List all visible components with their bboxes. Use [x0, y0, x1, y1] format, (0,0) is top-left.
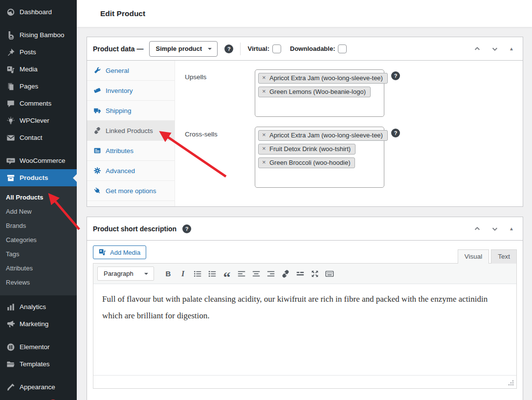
align-right-button[interactable] [264, 267, 278, 280]
product-data-tabs: General Inventory Shipping Linked Produc… [87, 61, 175, 206]
move-up-button[interactable] [472, 223, 483, 234]
downloadable-checkbox[interactable] [338, 44, 347, 53]
tab-shipping[interactable]: Shipping [87, 101, 175, 121]
sidebar-item-label: Rising Bamboo [20, 31, 65, 39]
linked-products-fields: Upsells Apricot Extra Jam (woo-long-slee… [175, 61, 523, 206]
index-card-icon [93, 147, 101, 155]
bold-button[interactable]: B [161, 267, 176, 280]
upsells-select-box[interactable]: Apricot Extra Jam (woo-long-sleeve-tee) … [255, 69, 384, 117]
cross-sells-select-box[interactable]: Apricot Extra Jam (woo-long-sleeve-tee) … [255, 127, 384, 188]
paragraph-format-select[interactable]: Paragraph [97, 267, 154, 281]
remove-tag-icon[interactable] [262, 74, 266, 81]
sidebar-item-appearance[interactable]: Appearance [0, 378, 77, 396]
product-data-panel: Product data — Simple product Virtual: D… [87, 37, 523, 207]
tab-linked-products[interactable]: Linked Products [87, 121, 175, 141]
admin-sidebar: Dashboard Rising Bamboo Posts Media Page… [0, 0, 77, 400]
editor-content-area[interactable]: Full of flavour but with palate cleansin… [93, 284, 516, 375]
sidebar-item-plugins[interactable]: Plugins 11 [0, 396, 77, 400]
tab-general[interactable]: General [87, 61, 175, 81]
sidebar-item-label: Products [20, 174, 48, 181]
lightbulb-icon [6, 116, 15, 125]
sidebar-item-label: Templates [20, 360, 50, 368]
pages-icon [6, 82, 15, 91]
text-tab[interactable]: Text [491, 249, 517, 264]
link-icon [93, 127, 101, 135]
elementor-icon [6, 342, 15, 352]
comment-icon [6, 99, 15, 108]
admin-main: Edit Product Product data — Simple produ… [77, 0, 532, 400]
sidebar-item-comments[interactable]: Comments [0, 95, 77, 112]
move-up-button[interactable] [472, 44, 483, 54]
tab-get-more-options[interactable]: Get more options [87, 181, 175, 201]
sidebar-item-rising-bamboo[interactable]: Rising Bamboo [0, 26, 77, 44]
sidebar-item-analytics[interactable]: Analytics [0, 298, 77, 315]
tab-advanced[interactable]: Advanced [87, 161, 175, 181]
virtual-checkbox[interactable] [272, 44, 281, 53]
sidebar-item-templates[interactable]: Templates [0, 356, 77, 373]
submenu-reviews[interactable]: Reviews [0, 275, 77, 289]
sidebar-item-wpclever[interactable]: WPClever [0, 112, 77, 129]
sidebar-item-woocommerce[interactable]: Woo WooCommerce [0, 152, 77, 169]
tab-inventory[interactable]: Inventory [87, 81, 175, 101]
blockquote-button[interactable]: “ [220, 267, 234, 280]
upsells-help-icon[interactable] [391, 71, 400, 80]
italic-button[interactable]: I [176, 267, 190, 280]
sidebar-item-contact[interactable]: Contact [0, 129, 77, 146]
remove-tag-icon[interactable] [262, 131, 266, 138]
short-description-help-icon[interactable] [182, 224, 191, 233]
submenu-categories[interactable]: Categories [0, 233, 77, 247]
remove-tag-icon[interactable] [262, 145, 266, 152]
editor-frame: Paragraph B I “ [93, 263, 517, 389]
envelope-icon [6, 133, 15, 142]
align-center-button[interactable] [249, 267, 264, 280]
svg-text:Woo: Woo [8, 159, 14, 162]
remove-tag-icon[interactable] [262, 88, 266, 95]
numbered-list-button[interactable] [205, 267, 220, 280]
submenu-all-products[interactable]: All Products [0, 190, 77, 204]
sidebar-item-pages[interactable]: Pages [0, 78, 77, 95]
move-down-button[interactable] [489, 223, 500, 234]
header-divider [240, 43, 241, 55]
resize-grip[interactable] [508, 380, 514, 387]
keyboard-shortcuts-button[interactable] [322, 267, 337, 280]
submenu-add-new[interactable]: Add New [0, 204, 77, 219]
pushpin-icon [6, 47, 15, 57]
selected-product-tag: Green Lemons (Woo-beanie-logo) [258, 87, 371, 97]
bullet-list-button[interactable] [190, 267, 205, 280]
page-header: Edit Product [77, 0, 532, 27]
selected-product-tag: Apricot Extra Jam (woo-long-sleeve-tee) [258, 130, 388, 141]
submenu-tags[interactable]: Tags [0, 247, 77, 261]
short-description-title: Product short description [93, 225, 177, 233]
move-down-button[interactable] [489, 44, 500, 54]
sidebar-item-media[interactable]: Media [0, 61, 77, 78]
sidebar-item-marketing[interactable]: Marketing [0, 315, 77, 333]
product-data-help-icon[interactable] [224, 44, 233, 53]
megaphone-icon [6, 319, 15, 329]
collapse-toggle-icon[interactable] [506, 44, 517, 54]
submenu-brands[interactable]: Brands [0, 219, 77, 233]
add-media-button[interactable]: Add Media [93, 245, 146, 259]
sidebar-item-label: Dashboard [20, 8, 52, 16]
upsells-label: Upsells [185, 69, 255, 117]
align-left-button[interactable] [234, 267, 249, 280]
insert-link-button[interactable] [278, 267, 293, 280]
product-data-title: Product data — [93, 45, 143, 53]
fullscreen-button[interactable] [308, 267, 322, 280]
truck-icon [93, 107, 101, 115]
short-description-panel: Product short description Add Media Visu… [87, 217, 523, 400]
sidebar-item-products[interactable]: Products [0, 169, 77, 186]
visual-tab[interactable]: Visual [458, 249, 489, 264]
product-type-select[interactable]: Simple product [149, 41, 218, 57]
collapse-toggle-icon[interactable] [506, 223, 517, 234]
more-tag-button[interactable] [293, 267, 308, 280]
tab-attributes[interactable]: Attributes [87, 141, 175, 161]
selected-product-tag: Apricot Extra Jam (woo-long-sleeve-tee) [258, 73, 388, 84]
submenu-attributes[interactable]: Attributes [0, 261, 77, 275]
remove-tag-icon[interactable] [262, 158, 266, 166]
cross-sells-help-icon[interactable] [391, 129, 400, 137]
sidebar-item-posts[interactable]: Posts [0, 44, 77, 61]
sidebar-item-elementor[interactable]: Elementor [0, 338, 77, 356]
sidebar-item-dashboard[interactable]: Dashboard [0, 3, 77, 21]
selected-product-tag: Fruit Detox Drink (woo-tshirt) [258, 144, 355, 155]
products-box-icon [6, 173, 15, 182]
